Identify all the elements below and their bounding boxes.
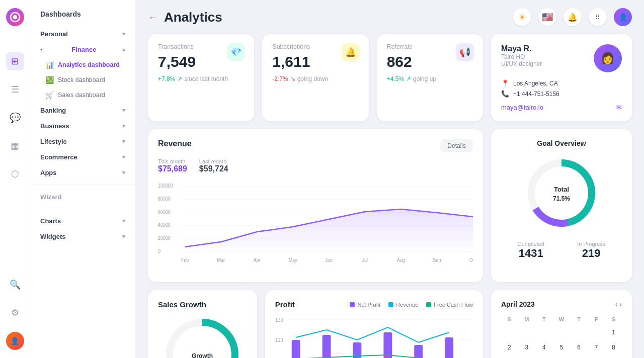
sales-growth-title: Sales Growth bbox=[158, 300, 247, 309]
cal-day-6[interactable]: 6 bbox=[572, 340, 586, 354]
last-month-label: Last month bbox=[199, 158, 228, 164]
puzzle-nav-icon[interactable]: ⬡ bbox=[6, 165, 24, 183]
header-left: ← Analytics bbox=[148, 10, 222, 25]
calendar-title: April 2023 bbox=[501, 300, 535, 308]
chat-nav-icon[interactable]: 💬 bbox=[6, 109, 24, 127]
user-avatar-sidebar[interactable]: 👤 bbox=[6, 332, 24, 350]
cal-day-10[interactable]: 10 bbox=[520, 355, 534, 358]
sales-growth-chart: Growth 65% bbox=[158, 315, 247, 358]
sales-icon: 🛒 bbox=[45, 91, 54, 99]
nav-section-ecommerce[interactable]: Ecommerce ▾ bbox=[30, 149, 135, 165]
icon-sidebar: ⊞ ☰ 💬 ▦ ⬡ 🔍 ⚙ 👤 bbox=[0, 0, 30, 358]
details-button[interactable]: Details bbox=[440, 139, 473, 152]
cal-day-12[interactable]: 12 bbox=[554, 355, 569, 358]
nav-section-finance[interactable]: Finance ▴ bbox=[30, 42, 135, 57]
revenue-amounts: This month $75,689 Last month $59,724 bbox=[158, 158, 473, 173]
email-icon: ✉ bbox=[616, 104, 622, 111]
profile-company: Tairo HQ bbox=[501, 53, 542, 60]
cal-day-empty bbox=[572, 325, 586, 339]
calendar-prev-button[interactable]: ‹ bbox=[615, 300, 618, 308]
cal-day-15[interactable]: 15 bbox=[607, 355, 621, 358]
stock-icon: 💹 bbox=[45, 76, 54, 84]
nav-section-lifestyle[interactable]: Lifestyle ▾ bbox=[30, 134, 135, 149]
profile-phone: 📞 +1 444-751-5156 bbox=[501, 90, 622, 98]
cal-day-empty bbox=[537, 325, 551, 339]
back-button[interactable]: ← bbox=[148, 12, 158, 23]
profile-card: Maya R. Tairo HQ UI/UX designer 👩 📍 Los … bbox=[491, 34, 632, 121]
cal-day-5[interactable]: 5 bbox=[554, 340, 569, 354]
cal-day-9[interactable]: 9 bbox=[502, 355, 516, 358]
profile-avatar[interactable]: 👩 bbox=[594, 44, 622, 72]
language-selector[interactable]: 🇺🇸 bbox=[538, 8, 556, 26]
day-header-t1: T bbox=[536, 314, 552, 324]
nav-section-banking[interactable]: Banking ▾ bbox=[30, 103, 135, 118]
calendar-next-button[interactable]: › bbox=[619, 300, 622, 308]
goal-in-progress: In Progress 219 bbox=[577, 241, 605, 260]
revenue-title: Revenue bbox=[158, 139, 192, 148]
svg-rect-43 bbox=[445, 337, 453, 358]
cal-day-4[interactable]: 4 bbox=[537, 340, 551, 354]
dashboard-nav-icon[interactable]: ▦ bbox=[6, 137, 24, 155]
profile-info-block: Maya R. Tairo HQ UI/UX designer bbox=[501, 44, 542, 67]
svg-text:Mar: Mar bbox=[217, 257, 225, 263]
calendar-nav: ‹ › bbox=[615, 300, 622, 308]
cal-day-2[interactable]: 2 bbox=[502, 340, 516, 354]
settings-nav-icon[interactable]: ⚙ bbox=[6, 304, 24, 322]
phone-icon: 📞 bbox=[501, 90, 509, 98]
header-right: ☀ 🇺🇸 🔔 ⠿ 👤 bbox=[513, 8, 632, 26]
in-progress-value: 219 bbox=[577, 247, 605, 260]
user-avatar-header[interactable]: 👤 bbox=[614, 8, 632, 26]
transactions-icon: 💎 bbox=[227, 43, 245, 61]
app-logo[interactable] bbox=[6, 8, 24, 26]
transactions-change: +7.8% ↗ since last month bbox=[158, 75, 244, 82]
nav-section-business[interactable]: Business ▾ bbox=[30, 118, 135, 134]
svg-text:71.5%: 71.5% bbox=[553, 195, 570, 202]
legend-net-profit: Net Profit bbox=[350, 302, 380, 308]
nav-item-analytics-dashboard[interactable]: 📊 Analytics dashboard bbox=[30, 57, 135, 72]
completed-label: Completed bbox=[518, 241, 544, 247]
nav-item-stock-dashboard[interactable]: 💹 Stock dashboard bbox=[30, 72, 135, 87]
grid-nav-icon[interactable]: ⊞ bbox=[6, 52, 24, 70]
cal-day-3[interactable]: 3 bbox=[520, 340, 534, 354]
notifications-button[interactable]: 🔔 bbox=[564, 8, 582, 26]
calendar-grid: S M T W T F S 1 bbox=[501, 314, 622, 358]
cal-day-11[interactable]: 11 bbox=[537, 355, 551, 358]
cal-day-1[interactable]: 1 bbox=[607, 325, 621, 339]
day-header-f: F bbox=[588, 314, 605, 324]
calendar-card: April 2023 ‹ › S M T W T F S bbox=[491, 290, 632, 358]
profile-details: 📍 Los Angeles, CA 📞 +1 444-751-5156 bbox=[501, 79, 622, 98]
theme-toggle-button[interactable]: ☀ bbox=[513, 8, 531, 26]
cal-day-13[interactable]: 13 bbox=[572, 355, 586, 358]
table-nav-icon[interactable]: ☰ bbox=[6, 80, 24, 99]
profile-email[interactable]: maya@tairo.io ✉ bbox=[501, 104, 622, 111]
right-bottom-panel: April 2023 ‹ › S M T W T F S bbox=[491, 290, 632, 358]
nav-divider bbox=[30, 185, 135, 185]
apps-menu-button[interactable]: ⠿ bbox=[589, 8, 607, 26]
nav-section-apps[interactable]: Apps ▾ bbox=[30, 165, 135, 181]
sales-growth-svg: Growth 65% bbox=[162, 315, 243, 358]
cal-day-empty bbox=[554, 325, 569, 339]
search-nav-icon[interactable]: 🔍 bbox=[6, 276, 24, 294]
completed-value: 1431 bbox=[518, 247, 544, 260]
nav-section-charts[interactable]: Charts ▾ bbox=[30, 213, 135, 229]
cal-day-7[interactable]: 7 bbox=[589, 340, 603, 354]
dashboards-title: Dashboards bbox=[40, 10, 81, 18]
day-header-w: W bbox=[553, 314, 570, 324]
nav-section-widgets[interactable]: Widgets ▾ bbox=[30, 229, 135, 244]
nav-item-wizard[interactable]: Wizard bbox=[30, 189, 135, 205]
nav-section-personal[interactable]: Personal ▾ bbox=[30, 26, 135, 42]
cal-day-8[interactable]: 8 bbox=[607, 340, 621, 354]
profit-chart-svg: 130 110 bbox=[275, 315, 473, 358]
svg-point-1 bbox=[13, 15, 17, 19]
chevron-down-icon: ▾ bbox=[122, 123, 125, 129]
cal-day-14[interactable]: 14 bbox=[589, 355, 603, 358]
change-down-value: -2.7% bbox=[272, 75, 288, 82]
calendar-header: April 2023 ‹ › bbox=[501, 300, 622, 308]
arrow-up-icon: ↗ bbox=[177, 75, 182, 82]
svg-text:Growth: Growth bbox=[192, 352, 213, 358]
top-header: ← Analytics ☀ 🇺🇸 🔔 ⠿ 👤 bbox=[136, 0, 644, 34]
nav-item-sales-dashboard[interactable]: 🛒 Sales dashboard bbox=[30, 87, 135, 103]
svg-text:Jun: Jun bbox=[326, 257, 333, 263]
chevron-down-icon: ▾ bbox=[122, 218, 125, 224]
arrow-up-icon-2: ↗ bbox=[406, 75, 411, 82]
